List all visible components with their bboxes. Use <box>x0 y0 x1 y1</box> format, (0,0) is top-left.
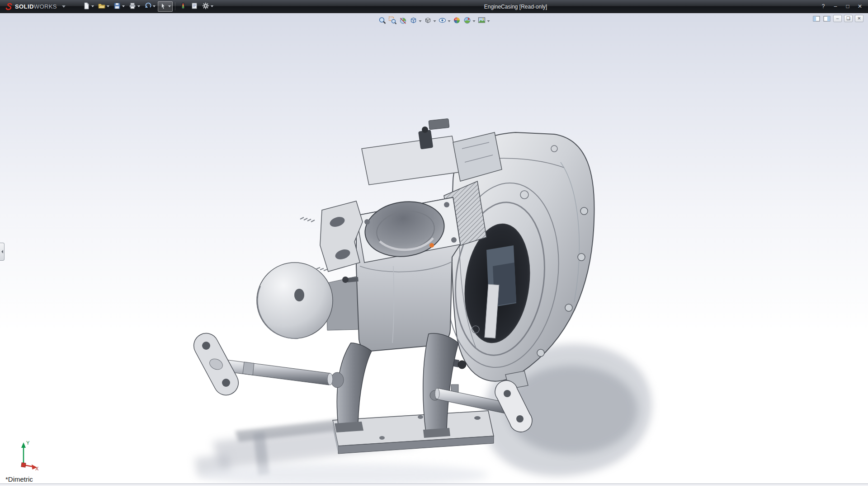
apply-scene-dropdown-arrow-icon[interactable] <box>473 20 476 22</box>
hide-show-dropdown-arrow-icon[interactable] <box>448 20 451 22</box>
view-orientation-cube-icon <box>410 16 418 26</box>
solidworks-logo: SOLIDWORKS <box>5 2 66 10</box>
options-gear-icon <box>202 2 209 11</box>
y-axis-arrow-icon <box>21 442 26 448</box>
side-mount-bracket[interactable] <box>300 201 363 272</box>
open-dropdown-arrow-icon[interactable] <box>107 5 109 7</box>
save-icon <box>113 2 121 11</box>
document-title: EngineCasing [Read-only] <box>484 0 547 13</box>
close-button[interactable]: ✕ <box>854 2 865 10</box>
select-tool-button[interactable] <box>158 1 173 12</box>
print-icon <box>129 2 136 11</box>
open-folder-icon <box>98 2 105 11</box>
quick-access-toolbar <box>81 1 215 12</box>
brand-text-light: WORKS <box>34 3 57 10</box>
file-properties-icon <box>191 2 198 11</box>
x-axis-label: X <box>35 466 39 471</box>
task-pane-collapse-tab[interactable] <box>0 243 5 261</box>
document-minimize-button[interactable]: – <box>833 15 842 22</box>
z-axis-square-icon <box>21 463 26 467</box>
heads-up-view-toolbar <box>375 14 494 28</box>
zoom-to-area-icon <box>389 16 397 26</box>
undo-button[interactable] <box>142 1 157 12</box>
app-menu-arrow-icon[interactable] <box>62 5 66 8</box>
graphics-area[interactable]: – ❏ ✕ Y X *Dimetric <box>0 13 868 486</box>
rebuild-traffic-light-icon <box>179 2 187 11</box>
featuremanager-pane-left-icon[interactable] <box>812 15 821 22</box>
view-settings-button[interactable] <box>477 15 491 27</box>
open-button[interactable] <box>96 1 111 12</box>
edit-appearance-button[interactable] <box>452 15 462 27</box>
edit-appearance-sphere-icon <box>453 16 461 26</box>
view-orientation-label: *Dimetric <box>5 475 33 483</box>
brand-text-bold: SOLID <box>15 3 34 10</box>
orange-marker-dot <box>429 243 434 248</box>
window-controls: ? – □ ✕ <box>818 2 865 10</box>
print-dropdown-arrow-icon[interactable] <box>137 5 140 7</box>
cylinder-head-assembly[interactable] <box>362 118 502 185</box>
display-style-button[interactable] <box>423 15 437 27</box>
zoom-to-fit-button[interactable] <box>377 15 387 27</box>
help-button[interactable]: ? <box>818 2 829 10</box>
zoom-to-area-button[interactable] <box>388 15 398 27</box>
new-document-button[interactable] <box>81 1 96 12</box>
view-settings-image-icon <box>478 16 486 26</box>
y-axis-label: Y <box>26 440 30 446</box>
window-bottom-edge <box>0 483 868 486</box>
collapse-arrow-icon <box>1 250 3 253</box>
document-close-button[interactable]: ✕ <box>855 15 863 22</box>
view-settings-dropdown-arrow-icon[interactable] <box>487 20 490 22</box>
hide-show-eye-icon <box>439 16 447 26</box>
save-button[interactable] <box>112 1 127 12</box>
section-view-icon <box>399 16 407 26</box>
new-document-icon <box>83 2 90 11</box>
undo-dropdown-arrow-icon[interactable] <box>153 5 156 7</box>
options-dropdown-arrow-icon[interactable] <box>211 5 213 7</box>
featuremanager-pane-right-icon[interactable] <box>823 15 831 22</box>
document-restore-button[interactable]: ❏ <box>844 15 853 22</box>
hide-show-items-button[interactable] <box>438 15 452 27</box>
view-orientation-dropdown-arrow-icon[interactable] <box>419 20 422 22</box>
minimize-button[interactable]: – <box>830 2 841 10</box>
save-dropdown-arrow-icon[interactable] <box>122 5 125 7</box>
maximize-button[interactable]: □ <box>842 2 853 10</box>
select-dropdown-arrow-icon[interactable] <box>168 5 171 7</box>
new-dropdown-arrow-icon[interactable] <box>91 5 94 7</box>
titlebar: SOLIDWORKS <box>0 0 868 13</box>
section-view-button[interactable] <box>398 15 408 27</box>
rebuild-button[interactable] <box>178 1 189 12</box>
toolbar-separator <box>175 2 175 10</box>
engine-casing-3d-model[interactable] <box>0 13 868 486</box>
view-orientation-button[interactable] <box>409 15 423 27</box>
options-button[interactable] <box>200 1 215 12</box>
display-style-cube-icon <box>424 16 432 26</box>
support-rod-long[interactable] <box>194 333 344 395</box>
undo-icon <box>144 2 151 11</box>
print-button[interactable] <box>127 1 142 12</box>
apply-scene-icon <box>463 16 472 26</box>
display-style-dropdown-arrow-icon[interactable] <box>434 20 436 22</box>
zoom-to-fit-icon <box>378 16 387 26</box>
select-cursor-icon <box>160 2 167 11</box>
file-properties-button[interactable] <box>189 1 200 12</box>
solidworks-logo-icon <box>5 2 13 10</box>
apply-scene-button[interactable] <box>462 15 476 27</box>
flywheel-disc[interactable] <box>257 263 333 338</box>
reference-triad: Y X <box>8 438 41 471</box>
document-window-controls: – ❏ ✕ <box>812 15 863 22</box>
